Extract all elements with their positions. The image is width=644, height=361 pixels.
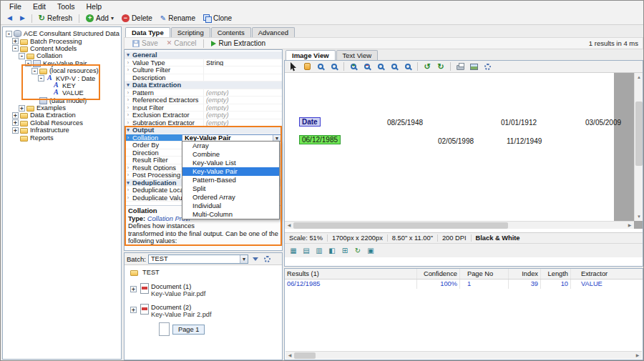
zoom-out-button[interactable] [361, 61, 374, 72]
tab-contents[interactable]: Contents [211, 27, 251, 37]
rename-button[interactable]: Rename [157, 14, 199, 23]
dropdown-option-individual[interactable]: Individual [182, 202, 279, 210]
tab-text-view[interactable]: Text View [336, 50, 378, 60]
property-value[interactable]: (empty) [203, 89, 282, 97]
collapse-icon[interactable] [38, 75, 44, 81]
column-header-results[interactable]: Results (1) [285, 269, 417, 279]
zoom-fit-page-button[interactable] [388, 61, 401, 72]
tab-image-view[interactable]: Image View [286, 50, 336, 60]
tree-item-local-resources[interactable]: (local resources) [3, 67, 121, 74]
tree-item-content-models[interactable]: Content Models [3, 45, 121, 52]
tree-item-data-model[interactable]: (data model) [3, 97, 121, 104]
toggle-zones-button[interactable] [365, 245, 376, 256]
zone-grid-button[interactable] [288, 245, 299, 256]
dropdown-option-key-value-list[interactable]: Key-Value List [182, 159, 279, 167]
batch-page-item[interactable]: Page 1 [159, 322, 282, 336]
dropdown-option-multi-column[interactable]: Multi-Column [182, 210, 279, 219]
collapse-icon[interactable] [125, 127, 132, 134]
tree-item-kvp-v-date[interactable]: KVP-V : Date [3, 74, 121, 81]
tree-item-collation[interactable]: Collation [3, 52, 121, 59]
split-view-button[interactable] [326, 245, 338, 256]
combobox-dropdown-button[interactable] [273, 135, 280, 142]
pan-button[interactable] [301, 61, 313, 72]
combobox-dropdown-button[interactable] [240, 255, 248, 263]
rotate-left-button[interactable] [421, 61, 434, 72]
zoom-region-button[interactable] [328, 61, 341, 72]
select-pointer-button[interactable] [287, 61, 300, 72]
tab-scripting[interactable]: Scripting [171, 27, 210, 37]
expand-icon[interactable] [12, 112, 19, 119]
dropdown-option-combine[interactable]: Combine [182, 150, 279, 159]
scrollbar-thumb[interactable] [635, 102, 643, 166]
tree-item-infrastructure[interactable]: Infrastructure [3, 127, 121, 134]
column-header-confidence[interactable]: Confidence [417, 269, 460, 279]
rotate-right-button[interactable] [434, 61, 447, 72]
scroll-up-button[interactable]: ▲ [635, 73, 643, 81]
expand-icon[interactable] [12, 38, 19, 44]
expand-icon[interactable] [130, 286, 137, 292]
property-row-exclusion-extractor[interactable]: Exclusion Extractor(empty) [125, 112, 282, 119]
property-section-general[interactable]: General [125, 51, 282, 59]
property-value[interactable] [203, 66, 282, 74]
batch-document-2[interactable]: Document (2)Key-Value Pair 2.pdf [130, 304, 282, 318]
scroll-left-button[interactable]: ◀ [286, 352, 294, 360]
tree-item-global-resources[interactable]: Global Resources [3, 119, 121, 127]
extracted-value-highlight[interactable]: 06/12/1985 [299, 135, 341, 144]
property-row-referenced-extractors[interactable]: Referenced Extractors(empty) [125, 97, 282, 104]
refresh-view-button[interactable] [352, 245, 364, 256]
collapse-icon[interactable] [125, 81, 132, 89]
property-section-output[interactable]: Output [125, 127, 282, 134]
tree-item-reports[interactable]: Reports [3, 134, 121, 141]
delete-button[interactable]: −Delete [118, 14, 156, 23]
collapse-icon[interactable] [6, 31, 12, 37]
result-row[interactable]: 06/12/1985 100% 1 39 10 VALUE [285, 280, 643, 289]
expand-icon[interactable] [130, 307, 137, 313]
scroll-right-button[interactable]: ▶ [633, 352, 642, 360]
refresh-button[interactable]: Refresh [35, 14, 76, 23]
column-header-extractor[interactable]: Extractor [571, 269, 643, 279]
tree-item-key-value-pair[interactable]: Key-Value Pair [3, 60, 121, 67]
scrollbar-thumb[interactable] [294, 352, 316, 359]
zoom-fit-width-button[interactable] [401, 61, 414, 72]
menu-file[interactable]: File [4, 1, 27, 11]
dropdown-option-key-value-pair[interactable]: Key-Value Pair [182, 167, 279, 176]
collapse-icon[interactable] [19, 53, 25, 59]
property-row-subtraction-extractor[interactable]: Subtraction Extractor(empty) [125, 119, 282, 127]
dropdown-option-ordered-array[interactable]: Ordered Array [182, 193, 279, 202]
batch-settings-button[interactable] [263, 254, 273, 264]
zoom-select-button[interactable] [314, 61, 327, 72]
menu-tools[interactable]: Tools [52, 1, 81, 11]
scroll-left-button[interactable]: ◀ [285, 222, 293, 229]
property-value[interactable]: (empty) [203, 104, 282, 112]
expand-icon[interactable] [12, 127, 19, 134]
tab-data-type[interactable]: Data Type [125, 27, 170, 37]
zone-rows-button[interactable] [301, 245, 312, 256]
tree-item-key[interactable]: KEY [3, 82, 121, 89]
document-page[interactable]: Date 08/25/1948 01/01/1912 03/05/2009 06… [285, 73, 614, 221]
dropdown-option-array[interactable]: Array [182, 142, 279, 150]
property-row-value-type[interactable]: Value TypeString [125, 59, 282, 67]
collapse-icon[interactable] [125, 51, 132, 59]
collapse-icon[interactable] [12, 45, 19, 51]
run-extraction-button[interactable]: Run Extraction [208, 39, 269, 48]
clone-button[interactable]: Clone [200, 14, 235, 23]
property-value[interactable]: (empty) [203, 119, 282, 127]
zoom-actual-button[interactable] [374, 61, 387, 72]
add-region-button[interactable] [339, 245, 351, 256]
zoom-in-button[interactable] [347, 61, 360, 72]
expand-icon[interactable] [19, 105, 25, 112]
column-header-length[interactable]: Length [541, 269, 571, 279]
save-button[interactable]: Save [129, 39, 162, 48]
dropdown-option-pattern-based[interactable]: Pattern-Based [182, 176, 279, 184]
property-value[interactable] [203, 74, 282, 81]
property-section-data-extraction[interactable]: Data Extraction [125, 81, 282, 89]
tree-item-root[interactable]: ACE Consultant Structured Data [3, 30, 121, 37]
batch-root-item[interactable]: TEST [130, 268, 282, 277]
batch-document-1[interactable]: Document (1)Key-Value Pair.pdf [130, 283, 282, 297]
property-row-description[interactable]: Description [125, 74, 282, 82]
tree-item-examples[interactable]: Examples [3, 104, 121, 112]
tab-advanced[interactable]: Advanced [252, 27, 295, 37]
column-header-page-no[interactable]: Page No [460, 269, 509, 279]
extracted-key-highlight[interactable]: Date [299, 117, 321, 127]
tree-item-batch-processing[interactable]: Batch Processing [3, 37, 121, 44]
